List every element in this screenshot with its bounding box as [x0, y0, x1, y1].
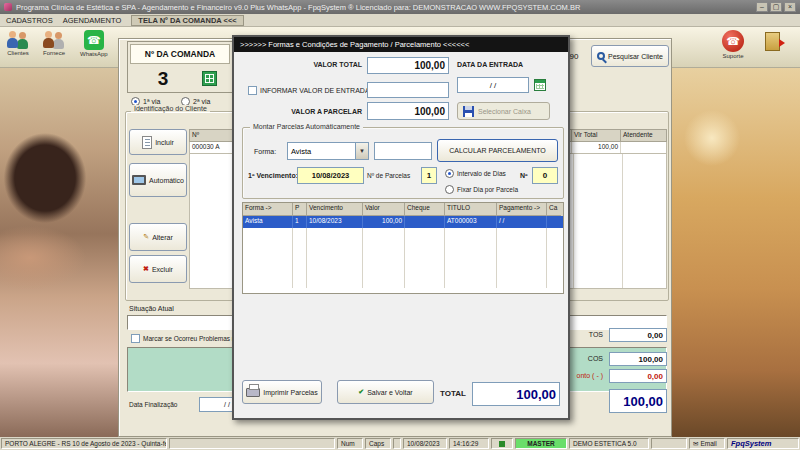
close-icon[interactable]: ×: [784, 2, 796, 12]
grid-cell-no: 000030 A: [190, 142, 234, 153]
statusbar-email[interactable]: ✉ Email: [689, 438, 725, 449]
col-titulo: TITULO: [445, 203, 497, 216]
imprimir-parcelas-label: Imprimir Parcelas: [263, 389, 317, 396]
grid-col-atendente: Atendente: [621, 130, 666, 141]
incluir-button[interactable]: Incluir: [129, 129, 187, 155]
automatico-button[interactable]: Automático: [129, 163, 187, 197]
parcela-row-selected[interactable]: Avista 1 10/08/2023 100,00 AT000003 / /: [243, 216, 563, 228]
toolbar-whatsapp-button[interactable]: ☎ WhatsApp: [80, 30, 108, 57]
parcelas-field[interactable]: 1: [421, 167, 437, 184]
excluir-button[interactable]: ✖ Excluir: [129, 255, 187, 283]
totals-value-1: 0,00: [609, 328, 667, 342]
whatsapp-phone-glyph: ☎: [87, 34, 101, 47]
cell-titulo: AT000003: [445, 216, 497, 228]
app-icon: [4, 3, 12, 11]
payment-dialog: >>>>>> Formas e Condições de Pagamento /…: [232, 35, 570, 420]
toolbar-suporte-label: Suporte: [722, 53, 743, 59]
toolbar-clientes-button[interactable]: Clientes: [6, 31, 30, 56]
printer-icon: [246, 388, 260, 397]
statusbar-caps: Caps: [365, 438, 391, 449]
selecionar-caixa-button[interactable]: Selecionar Caixa: [457, 102, 550, 120]
cell-vencimento: 10/08/2023: [307, 216, 363, 228]
imprimir-parcelas-button[interactable]: Imprimir Parcelas: [242, 380, 322, 404]
salvar-voltar-button[interactable]: ✔ Salvar e Voltar: [337, 380, 434, 404]
cell-ca: [547, 216, 561, 228]
calculator-icon[interactable]: [202, 71, 217, 86]
pencil-icon: ✎: [143, 233, 149, 241]
payment-dialog-title: >>>>>> Formas e Condições de Pagamento /…: [240, 40, 469, 49]
payment-dialog-titlebar[interactable]: >>>>>> Formas e Condições de Pagamento /…: [234, 37, 568, 52]
indicator-icon: [499, 441, 505, 447]
pesquisar-cliente-label: Pesquisar Cliente: [608, 53, 663, 60]
spa-photo-right: [672, 68, 800, 437]
menubar: CADASTROS AGENDAMENTO TELA Nº DA COMANDA…: [0, 14, 800, 27]
valor-entrada-field[interactable]: [367, 82, 449, 98]
search-icon: [597, 52, 605, 60]
cell-forma: Avista: [243, 216, 293, 228]
statusbar-time: 14:16:29: [449, 438, 489, 449]
total-geral-value: 100,00: [623, 394, 663, 409]
fixar-dia-label: Fixar Dia por Parcela: [457, 186, 518, 193]
minimize-icon[interactable]: –: [756, 2, 768, 12]
col-forma: Forma ->: [243, 203, 293, 216]
support-phone-icon: ☎: [722, 30, 744, 52]
statusbar-indicator: [491, 438, 513, 449]
window-controls: – ▢ ×: [756, 2, 796, 12]
num-dias-field[interactable]: 0: [532, 167, 558, 184]
toolbar-whatsapp-label: WhatsApp: [80, 51, 108, 57]
statusbar-brand: FpqSystem: [727, 438, 799, 449]
problema-checkbox[interactable]: Marcar se Ocorreu Problemas no: [131, 334, 239, 343]
forma-label: Forma:: [254, 148, 276, 155]
selecionar-caixa-label: Selecionar Caixa: [478, 108, 531, 115]
statusbar-user: MASTER: [515, 438, 567, 449]
app-window: Programa Clínica de Estética e SPA - Age…: [0, 0, 800, 450]
intervalo-dias-radio-circle: [445, 169, 454, 178]
via1-label: 1ª via: [143, 98, 160, 105]
forma-extra-field[interactable]: [374, 142, 432, 160]
parcela-row-empty: [243, 240, 563, 252]
active-screen-tab[interactable]: TELA Nº DA COMANDA <<<: [131, 15, 243, 26]
toolbar-exit-button[interactable]: [765, 32, 780, 51]
menu-cadastros[interactable]: CADASTROS: [6, 16, 53, 25]
toolbar-fornecedores-label: Fornece: [43, 50, 65, 56]
calcular-parcelamento-label: CALCULAR PARCELAMENTO: [449, 147, 546, 154]
spa-photo-left: [0, 68, 118, 437]
data-entrada-calendar-icon[interactable]: [534, 79, 546, 91]
col-vencimento: Vencimento: [307, 203, 363, 216]
statusbar-num: Num: [337, 438, 363, 449]
forma-combobox[interactable]: Avista ▼: [287, 142, 369, 160]
document-icon: [142, 136, 152, 149]
toolbar-fornecedores-button[interactable]: Fornece: [42, 31, 66, 56]
menu-agendamento[interactable]: AGENDAMENTO: [63, 16, 122, 25]
data-entrada-field[interactable]: / /: [457, 77, 529, 93]
col-pagamento: Pagamento ->: [497, 203, 547, 216]
informar-entrada-checkbox-box: [248, 86, 257, 95]
col-ca: Ca: [547, 203, 561, 216]
total-geral-field: 100,00: [609, 389, 667, 413]
intervalo-dias-radio[interactable]: Intervalo de Dias: [445, 169, 506, 178]
maximize-icon[interactable]: ▢: [770, 2, 782, 12]
valor-total-label: VALOR TOTAL: [244, 61, 362, 68]
parcelas-label: Nº de Parcelas: [367, 172, 410, 179]
alterar-button[interactable]: ✎ Alterar: [129, 223, 187, 251]
fixar-dia-radio-circle: [445, 185, 454, 194]
calcular-parcelamento-button[interactable]: CALCULAR PARCELAMENTO: [437, 139, 558, 162]
automatico-label: Automático: [149, 177, 184, 184]
clients-icon: [6, 31, 30, 49]
cell-cheque: [405, 216, 445, 228]
desconto-value: 0,00: [609, 369, 667, 383]
grid-vline: [622, 154, 623, 288]
valor-parcelar-field: 100,00: [367, 102, 449, 120]
vencimento-field[interactable]: 10/08/2023: [297, 167, 364, 184]
statusbar-email-label: Email: [700, 440, 716, 447]
forma-value: Avista: [288, 147, 355, 156]
fixar-dia-radio[interactable]: Fixar Dia por Parcela: [445, 185, 518, 194]
toolbar-suporte-button[interactable]: ☎ Suporte: [722, 30, 744, 59]
informar-entrada-checkbox[interactable]: INFORMAR VALOR DE ENTRADA: [248, 86, 370, 95]
dialog-total-field: 100,00: [472, 382, 560, 406]
pesquisar-cliente-button[interactable]: Pesquisar Cliente: [591, 45, 669, 67]
col-cheque: Cheque: [405, 203, 445, 216]
totals-value-2: 100,00: [609, 352, 667, 366]
num-dias-label: Nº: [520, 172, 528, 179]
salvar-voltar-label: Salvar e Voltar: [367, 389, 413, 396]
